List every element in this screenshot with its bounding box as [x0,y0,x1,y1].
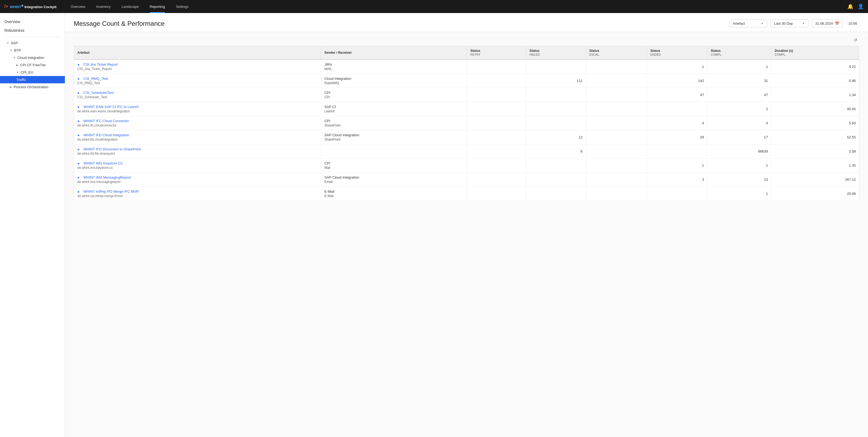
cell-duration-compl: 52.55 [771,130,859,144]
sender: JIRA [324,62,464,66]
nav-item-landscape[interactable]: Landscape [116,0,144,13]
artefact-link[interactable]: WHINT IMS MessagingReport [84,175,131,179]
artefact-link[interactable]: CSI Jira Ticket Report [84,62,118,66]
row-expander-icon[interactable]: ► [77,105,80,109]
cell-status-failed [526,158,586,173]
row-expander-icon[interactable]: ► [77,91,80,94]
artefact-link[interactable]: CSI_RMQ_Test [84,77,108,81]
cell-status-compl: 1 [707,187,771,201]
table-row: ► CSI Jira Ticket Report CSI_Jira_Ticket… [74,59,859,74]
table-row: ► CSI_RMQ_Test CSI_RMQ_Test Cloud Integr… [74,74,859,88]
table-row: ► WHINT EAM SAP CI IFC to LeanIX de.whin… [74,102,859,116]
cell-duration-compl: 95.45 [771,102,859,116]
cell-status-ended: 142 [647,74,707,88]
artefact-link[interactable]: WHINT EAM SAP CI IFC to LeanIX [84,105,139,109]
cell-duration-compl: 5.63 [771,116,859,130]
th-status-failed: StatusFAILED [526,46,586,60]
cell-status-failed [526,187,586,201]
header-controls: Artefact ▼ Last 30 Day ▼ 31.08.2024 📅 10… [729,20,859,27]
main-content: Message Count & Performance Artefact ▼ L… [65,13,868,437]
sidebar-item-robustness[interactable]: Robustness [0,26,65,35]
row-expander-icon[interactable]: ► [77,134,80,137]
table-row: ► WHINT IFD Cloud Integration de.whint.i… [74,130,859,144]
nav-item-overview[interactable]: Overview [65,0,91,13]
artefact-dropdown[interactable]: Artefact ▼ [729,20,767,27]
th-artefact: Artefact [74,46,321,60]
refresh-button[interactable]: ↺ [851,36,859,44]
page-header: Message Count & Performance Artefact ▼ L… [65,13,868,32]
cell-artefact: ► WHINT IFD Document to SharePoint de.wh… [74,144,321,158]
sidebar-item-process-orchestration[interactable]: Process Orchestration [0,83,65,91]
sidebar-item-sap[interactable]: SAP [0,39,65,47]
th-sender-receiver: Sender / Receiver [321,46,467,60]
receiver: Email [324,180,464,184]
artefact-link[interactable]: WHINT IFD Document to SharePoint [84,147,141,151]
row-expander-icon[interactable]: ► [77,63,80,66]
artefact-link[interactable]: WHINT IMS Keystore CC [84,161,123,165]
sender: SAP CI [324,105,464,109]
cell-status-compl: 1 [707,59,771,74]
cell-status-failed [526,173,586,187]
cell-status-failed [526,102,586,116]
time-display: 10:56 [846,20,859,27]
cell-status-retry [467,102,526,116]
row-expander-icon[interactable]: ► [77,119,80,123]
chevron-down-icon [10,49,12,52]
sidebar-item-traffic[interactable]: Traffic [0,76,65,83]
th-status-retry: StatusRETRY [467,46,526,60]
sender: CPI [324,119,464,123]
artefact-link[interactable]: WHINT IFD Cloud Integration [84,133,130,137]
data-table: Artefact Sender / Receiver StatusRETRY S… [74,46,859,201]
cell-status-retry [467,187,526,201]
nav-item-inventory[interactable]: Inventory [91,0,116,13]
row-expander-icon[interactable]: ► [77,148,80,151]
artefact-id: de.whint.cpi.intrep.merge.ifcmvr [77,194,318,198]
artefact-id: CSI_RMQ_Test [77,81,318,85]
receiver: SharePoint [324,138,464,141]
table-row: ► WHINT IMS MessagingReport de.whint.ims… [74,173,859,187]
date-picker[interactable]: 31.08.2024 📅 [812,20,843,27]
sidebar-item-cpi-cf-freetier[interactable]: CPI CF FreeTier [0,61,65,69]
cell-status-escal [586,102,647,116]
receiver: RabbitMQ [324,81,464,85]
cell-status-compl: 4 [707,116,771,130]
user-icon[interactable]: 👤 [858,3,864,9]
sidebar-item-cloud-integration[interactable]: Cloud Integration [0,54,65,61]
nav-item-settings[interactable]: Settings [170,0,194,13]
sidebar-item-btp[interactable]: BTP [0,47,65,54]
period-dropdown[interactable]: Last 30 Day ▼ [770,20,808,27]
cell-artefact: ► WHINT IMS Keystore CC de.whint.ims.key… [74,158,321,173]
sidebar-item-cpi-eu[interactable]: CPI_EU [0,69,65,76]
sender: SAP Cloud Integration [324,175,464,179]
cell-status-escal [586,130,647,144]
cell-artefact: ► WHINT IFC Cloud Connector de.whint.ifc… [74,116,321,130]
cell-status-ended: 1 [647,158,707,173]
artefact-id: CSI_Scheduler_Test [77,95,318,99]
cell-sender-receiver: SAP CI LeanIX [321,102,467,116]
row-expander-icon[interactable]: ► [77,77,80,80]
cell-status-compl: 2 [707,102,771,116]
artefact-link[interactable]: WHINT IFC Cloud Connector [84,119,129,123]
brand-logo[interactable]: /> WHINT® Integration Cockpit [4,4,56,9]
row-expander-icon[interactable]: ► [77,190,80,193]
chevron-down-icon [13,56,16,59]
cell-status-retry [467,158,526,173]
nav-item-reporting[interactable]: Reporting [144,0,170,13]
chevron-down-icon [16,71,19,74]
sidebar-item-overview[interactable]: Overview [0,18,65,26]
artefact-link[interactable]: WHINT IntRep PO Merge IFC MVR [84,190,139,194]
cell-artefact: ► WHINT EAM SAP CI IFC to LeanIX de.whin… [74,102,321,116]
notification-icon[interactable]: 🔔 [847,3,854,9]
sidebar: Overview Robustness SAP BTP Cloud Integr… [0,13,65,437]
cell-status-failed [526,88,586,102]
cell-duration-compl: 20.48 [771,187,859,201]
artefact-link[interactable]: CSI_SchedulerTest [84,91,114,95]
row-expander-icon[interactable]: ► [77,176,80,179]
sidebar-divider [4,37,61,37]
main-layout: Overview Robustness SAP BTP Cloud Integr… [0,13,868,437]
row-expander-icon[interactable]: ► [77,162,80,165]
table-container: ↺ Artefact Sender / Receiver StatusRETRY… [65,32,868,205]
artefact-id: de.whint.ifc.cloudconnector [77,123,318,127]
cell-artefact: ► WHINT IntRep PO Merge IFC MVR de.whint… [74,187,321,201]
cell-sender-receiver: SAP Cloud Integration SharePoint [321,130,467,144]
